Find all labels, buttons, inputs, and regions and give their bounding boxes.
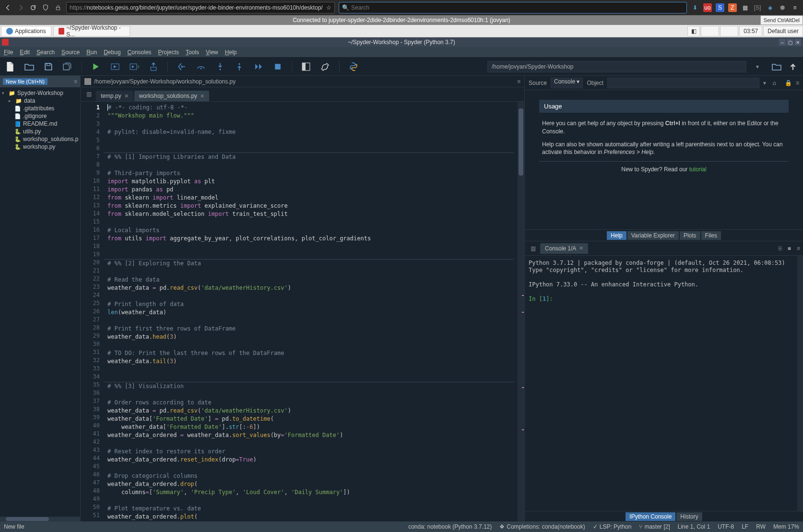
tab-variable-explorer[interactable]: Variable Explorer: [627, 231, 679, 240]
tree-item-data[interactable]: ▸📁data: [1, 97, 79, 105]
tree-item[interactable]: 📄.gitignore: [1, 112, 79, 120]
step-out-icon[interactable]: [234, 61, 245, 72]
lock-icon[interactable]: [54, 3, 62, 12]
menu-consoles[interactable]: Consoles: [128, 49, 152, 56]
browse-wd-icon[interactable]: [771, 61, 782, 72]
save-icon[interactable]: [43, 61, 54, 72]
continue-icon[interactable]: [253, 61, 264, 72]
browse-tabs-icon[interactable]: ▥: [83, 89, 94, 99]
status-lsp[interactable]: ✓ LSP: Python: [593, 523, 632, 530]
download-icon[interactable]: ⬇: [691, 3, 699, 12]
status-conda[interactable]: conda: notebook (Python 3.7.12): [408, 523, 492, 530]
tab-temp[interactable]: temp.py✕: [96, 91, 133, 101]
preferences-icon[interactable]: [320, 61, 331, 72]
status-eol[interactable]: LF: [742, 523, 748, 530]
shield-icon[interactable]: [41, 3, 50, 12]
new-file-icon[interactable]: [5, 61, 15, 72]
menu-help[interactable]: Help: [225, 49, 237, 56]
reload-icon[interactable]: [29, 3, 37, 12]
menu-view[interactable]: View: [206, 49, 218, 56]
tutorial-link[interactable]: tutorial: [689, 166, 707, 173]
tree-item[interactable]: 🐍utils.py: [1, 128, 79, 135]
ext-bug-icon[interactable]: ⬢: [778, 3, 787, 12]
save-all-icon[interactable]: [62, 61, 73, 72]
user-menu[interactable]: Default user: [763, 26, 803, 36]
ext-checkers-icon[interactable]: ▦: [741, 3, 749, 12]
bookmark-star-icon[interactable]: ☆: [326, 4, 331, 11]
tab-files[interactable]: Files: [701, 231, 721, 240]
home-icon[interactable]: ⌂: [773, 80, 776, 86]
menu-debug[interactable]: Debug: [104, 49, 120, 56]
close-console-icon[interactable]: ✕: [579, 245, 583, 251]
step-over-icon[interactable]: [196, 61, 206, 72]
browser-menu-icon[interactable]: ≡: [791, 3, 799, 12]
status-completions[interactable]: ❖ Completions: conda(notebook): [499, 523, 585, 530]
menu-search[interactable]: Search: [36, 49, 55, 56]
editor-pane-menu-icon[interactable]: ≡: [517, 78, 520, 85]
run-icon[interactable]: [91, 61, 101, 72]
close-icon[interactable]: ✕: [794, 39, 801, 46]
console-output[interactable]: Python 3.7.12 | packaged by conda-forge …: [525, 256, 803, 511]
taskbar-window-button[interactable]: ~/Spyder-Workshop - S...: [53, 26, 130, 36]
status-cursor[interactable]: Line 1, Col 1: [678, 523, 710, 530]
debug-icon[interactable]: [177, 61, 187, 72]
send-ctrlaltdel-button[interactable]: Send CtrlAltDel: [760, 15, 803, 25]
tree-item[interactable]: 📘README.md: [1, 120, 79, 128]
status-encoding[interactable]: UTF-8: [718, 523, 734, 530]
code-area[interactable]: # -*- coding: utf-8 -*- """Workshop main…: [104, 102, 518, 521]
pythonpath-icon[interactable]: [348, 61, 359, 72]
back-icon[interactable]: [4, 3, 12, 12]
tab-help[interactable]: Help: [607, 231, 626, 240]
run-cell-icon[interactable]: [110, 61, 120, 72]
clock[interactable]: 03:57: [739, 26, 762, 36]
sidebar-hscrollbar[interactable]: [0, 517, 80, 521]
menu-edit[interactable]: Edit: [20, 49, 30, 56]
menu-source[interactable]: Source: [61, 49, 80, 56]
ext-s2-icon[interactable]: [S]: [753, 3, 762, 12]
tree-item[interactable]: 📄.gitattributes: [1, 105, 79, 112]
browser-search-input[interactable]: [351, 4, 684, 11]
code-editor[interactable]: 1234567891011121314151617181920212223242…: [81, 102, 524, 521]
run-selection-icon[interactable]: [148, 61, 159, 72]
working-directory-combo[interactable]: /home/jovyan/Spyder-Workshop: [487, 61, 746, 72]
ext-shield2-icon[interactable]: ◈: [766, 3, 774, 12]
menu-run[interactable]: Run: [86, 49, 97, 56]
url-bar[interactable]: https://notebooks.gesis.org/binder/jupyt…: [66, 2, 335, 13]
console-menu-icon[interactable]: ≡: [797, 245, 800, 252]
tab-ipython-console[interactable]: IPython Console: [626, 512, 675, 521]
maximize-icon[interactable]: ▢: [787, 39, 793, 46]
applications-menu-button[interactable]: Applications: [1, 26, 51, 36]
max-pane-icon[interactable]: [301, 61, 311, 72]
help-source-combo[interactable]: Console ▾: [551, 78, 583, 88]
help-object-combo[interactable]: [607, 78, 759, 88]
remove-kernel-icon[interactable]: ■: [788, 245, 791, 252]
help-menu-icon[interactable]: ≡: [796, 80, 799, 86]
parent-dir-icon[interactable]: [788, 61, 798, 72]
tree-item[interactable]: 🐍workshop_solutions.p: [1, 135, 79, 143]
minimize-icon[interactable]: –: [779, 39, 786, 46]
tab-workshop-solutions[interactable]: workshop_solutions.py✕: [134, 91, 209, 101]
close-tab-icon[interactable]: ✕: [124, 93, 129, 99]
tab-plots[interactable]: Plots: [680, 231, 700, 240]
ext-z-icon[interactable]: Z: [728, 3, 737, 12]
workspace-1[interactable]: [701, 26, 719, 36]
status-rw[interactable]: RW: [756, 523, 766, 530]
menu-tools[interactable]: Tools: [186, 49, 199, 56]
run-cell-advance-icon[interactable]: [129, 61, 140, 72]
open-file-icon[interactable]: [24, 61, 35, 72]
tray-icon-1[interactable]: ◧: [687, 26, 700, 36]
menu-projects[interactable]: Projects: [158, 49, 179, 56]
console-vscrollbar[interactable]: [797, 256, 803, 511]
status-git[interactable]: ⑂ master [2]: [639, 523, 670, 530]
status-mem[interactable]: Mem 17%: [773, 523, 799, 530]
stop-debug-icon[interactable]: [272, 61, 283, 72]
project-root[interactable]: ▾📁Spyder-Workshop: [1, 89, 79, 97]
step-into-icon[interactable]: [215, 61, 225, 72]
browser-search-box[interactable]: 🔍: [339, 2, 687, 13]
obj-dropdown-icon[interactable]: ▾: [763, 80, 766, 86]
wd-dropdown-icon[interactable]: ▾: [756, 63, 759, 70]
forward-icon[interactable]: [16, 3, 25, 12]
close-tab-icon[interactable]: ✕: [200, 93, 204, 99]
console-tab[interactable]: Console 1/A✕: [540, 243, 588, 254]
workspace-2[interactable]: [720, 26, 738, 36]
